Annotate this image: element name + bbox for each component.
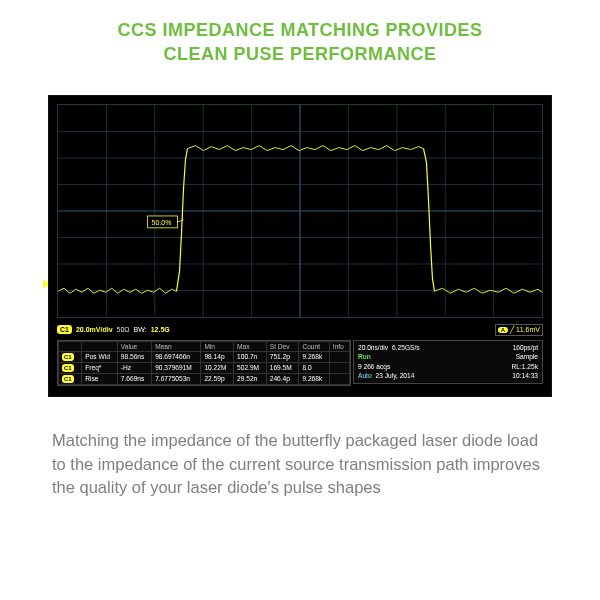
trigger-value: 11.6mV xyxy=(516,326,540,333)
slope-icon: ╱ xyxy=(510,326,514,333)
plot-grid xyxy=(58,105,542,317)
measurement-table: Value Mean Min Max St Dev Count Info C1P… xyxy=(57,340,351,386)
bw-label: BW: xyxy=(134,326,147,333)
bw-value: 12.5G xyxy=(151,326,170,333)
svg-text:50.0%: 50.0% xyxy=(152,218,172,225)
timebase-status-panel: 20.0ns/div 6.25GS/s 160ps/pt Run Sample … xyxy=(353,340,543,384)
run-state: Run xyxy=(358,352,371,362)
scope-screen: 50.0% C1 20.0mV/div 50Ω BW: 12.5G A ╱ 11… xyxy=(48,95,552,397)
sample-rate: 6.25GS/s xyxy=(392,343,420,353)
description-text: Matching the impedance of the butterfly … xyxy=(0,397,600,501)
channel-tag: C1 xyxy=(57,325,72,334)
oscilloscope-screenshot: 50.0% C1 20.0mV/div 50Ω BW: 12.5G A ╱ 11… xyxy=(48,95,552,397)
acq-count: 9 266 acqs xyxy=(358,362,390,372)
record-length: RL:1.25k xyxy=(394,362,538,372)
tdiv-value: 20.0ns/div xyxy=(358,343,388,353)
trigger-tag: A ╱ 11.6mV xyxy=(495,324,543,336)
sample-mode: Sample xyxy=(375,352,538,362)
table-row: C1Freq*-Hz90.379691M10.22M502.9M169.5M8.… xyxy=(59,362,350,373)
heading-line-1: CCS IMPEDANCE MATCHING PROVIDES xyxy=(117,20,482,40)
table-row: C1Pos Wid98.56ns98.697466n98.14p100.7n75… xyxy=(59,351,350,362)
waveform-plot: 50.0% xyxy=(57,104,543,318)
heading-line-2: CLEAN PUSE PERFORMANCE xyxy=(163,44,436,64)
table-row: C1Rise7.669ns7.6775053n22.59p29.52n246.4… xyxy=(59,373,350,384)
marker-50pct: 50.0% xyxy=(148,216,184,228)
date-value: 23 July, 2014 xyxy=(376,371,415,381)
meas-header-row: Value Mean Min Max St Dev Count Info xyxy=(59,341,350,351)
time-value: 10:14:33 xyxy=(418,371,538,381)
impedance-value: 50Ω xyxy=(117,326,130,333)
vdiv-value: 20.0mV/div xyxy=(76,326,113,333)
page-title: CCS IMPEDANCE MATCHING PROVIDES CLEAN PU… xyxy=(0,0,600,73)
pts-value: 160ps/pt xyxy=(424,343,538,353)
channel-strip: C1 20.0mV/div 50Ω BW: 12.5G A ╱ 11.6mV xyxy=(57,324,543,336)
trigger-mode: Auto xyxy=(358,371,372,381)
